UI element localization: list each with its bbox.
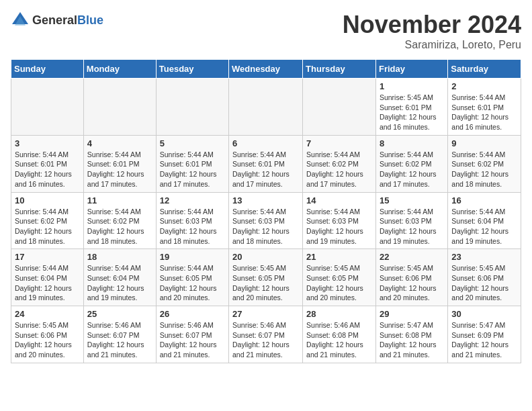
calendar-cell: 7Sunrise: 5:44 AM Sunset: 6:02 PM Daylig… xyxy=(303,135,376,192)
calendar-cell: 28Sunrise: 5:46 AM Sunset: 6:08 PM Dayli… xyxy=(303,306,376,363)
day-number: 21 xyxy=(306,252,372,262)
day-info: Sunrise: 5:44 AM Sunset: 6:02 PM Dayligh… xyxy=(87,207,152,246)
day-number: 19 xyxy=(160,252,225,262)
day-info: Sunrise: 5:46 AM Sunset: 6:07 PM Dayligh… xyxy=(160,320,225,360)
calendar-table: SundayMondayTuesdayWednesdayThursdayFrid… xyxy=(11,59,521,363)
day-number: 29 xyxy=(380,309,444,319)
day-number: 12 xyxy=(160,195,225,205)
calendar-cell: 19Sunrise: 5:44 AM Sunset: 6:05 PM Dayli… xyxy=(156,249,228,306)
day-info: Sunrise: 5:45 AM Sunset: 6:06 PM Dayligh… xyxy=(15,320,80,360)
day-number: 7 xyxy=(306,138,372,148)
day-info: Sunrise: 5:45 AM Sunset: 6:06 PM Dayligh… xyxy=(380,263,444,303)
calendar-cell: 8Sunrise: 5:44 AM Sunset: 6:02 PM Daylig… xyxy=(375,135,447,192)
calendar-cell: 14Sunrise: 5:44 AM Sunset: 6:03 PM Dayli… xyxy=(303,192,376,249)
calendar-cell: 12Sunrise: 5:44 AM Sunset: 6:03 PM Dayli… xyxy=(156,192,228,249)
day-info: Sunrise: 5:44 AM Sunset: 6:02 PM Dayligh… xyxy=(451,150,517,189)
calendar-week-row: 10Sunrise: 5:44 AM Sunset: 6:02 PM Dayli… xyxy=(11,192,521,249)
calendar-header-tuesday: Tuesday xyxy=(156,60,228,79)
calendar-cell: 17Sunrise: 5:44 AM Sunset: 6:04 PM Dayli… xyxy=(11,249,84,306)
calendar-cell: 23Sunrise: 5:45 AM Sunset: 6:06 PM Dayli… xyxy=(448,249,521,306)
day-info: Sunrise: 5:47 AM Sunset: 6:09 PM Dayligh… xyxy=(451,320,517,360)
day-info: Sunrise: 5:44 AM Sunset: 6:03 PM Dayligh… xyxy=(306,207,372,246)
day-info: Sunrise: 5:44 AM Sunset: 6:03 PM Dayligh… xyxy=(380,207,444,246)
day-info: Sunrise: 5:44 AM Sunset: 6:03 PM Dayligh… xyxy=(232,207,299,246)
calendar-week-row: 17Sunrise: 5:44 AM Sunset: 6:04 PM Dayli… xyxy=(11,249,521,306)
day-info: Sunrise: 5:44 AM Sunset: 6:01 PM Dayligh… xyxy=(87,150,152,189)
day-number: 15 xyxy=(380,195,444,205)
day-number: 5 xyxy=(160,138,225,148)
calendar-cell: 11Sunrise: 5:44 AM Sunset: 6:02 PM Dayli… xyxy=(83,192,156,249)
day-info: Sunrise: 5:44 AM Sunset: 6:02 PM Dayligh… xyxy=(380,150,444,189)
day-number: 6 xyxy=(232,138,299,148)
calendar-cell: 3Sunrise: 5:44 AM Sunset: 6:01 PM Daylig… xyxy=(11,135,84,192)
day-number: 1 xyxy=(380,81,444,91)
calendar-cell: 29Sunrise: 5:47 AM Sunset: 6:08 PM Dayli… xyxy=(375,306,447,363)
day-number: 4 xyxy=(87,138,152,148)
calendar-cell xyxy=(83,79,156,136)
day-info: Sunrise: 5:44 AM Sunset: 6:02 PM Dayligh… xyxy=(15,207,80,246)
calendar-header-thursday: Thursday xyxy=(303,60,376,79)
day-number: 16 xyxy=(451,195,517,205)
calendar-cell: 25Sunrise: 5:46 AM Sunset: 6:07 PM Dayli… xyxy=(83,306,156,363)
day-info: Sunrise: 5:47 AM Sunset: 6:08 PM Dayligh… xyxy=(380,320,444,360)
calendar-cell: 22Sunrise: 5:45 AM Sunset: 6:06 PM Dayli… xyxy=(375,249,447,306)
calendar-cell xyxy=(229,79,303,136)
day-info: Sunrise: 5:45 AM Sunset: 6:01 PM Dayligh… xyxy=(380,93,444,132)
day-number: 2 xyxy=(451,81,517,91)
day-number: 25 xyxy=(87,309,152,319)
logo: GeneralBlue xyxy=(11,11,103,30)
day-info: Sunrise: 5:44 AM Sunset: 6:05 PM Dayligh… xyxy=(160,263,225,303)
day-number: 11 xyxy=(87,195,152,205)
calendar-week-row: 24Sunrise: 5:45 AM Sunset: 6:06 PM Dayli… xyxy=(11,306,521,363)
calendar-cell: 10Sunrise: 5:44 AM Sunset: 6:02 PM Dayli… xyxy=(11,192,84,249)
calendar-header-sunday: Sunday xyxy=(11,60,84,79)
calendar-week-row: 3Sunrise: 5:44 AM Sunset: 6:01 PM Daylig… xyxy=(11,135,521,192)
day-info: Sunrise: 5:44 AM Sunset: 6:01 PM Dayligh… xyxy=(160,150,225,189)
day-info: Sunrise: 5:46 AM Sunset: 6:07 PM Dayligh… xyxy=(87,320,152,360)
day-info: Sunrise: 5:44 AM Sunset: 6:02 PM Dayligh… xyxy=(306,150,372,189)
calendar-cell: 1Sunrise: 5:45 AM Sunset: 6:01 PM Daylig… xyxy=(375,79,447,136)
day-info: Sunrise: 5:44 AM Sunset: 6:04 PM Dayligh… xyxy=(87,263,152,303)
logo-icon xyxy=(11,11,30,30)
day-info: Sunrise: 5:45 AM Sunset: 6:06 PM Dayligh… xyxy=(451,263,517,303)
calendar-header-friday: Friday xyxy=(375,60,447,79)
day-number: 17 xyxy=(15,252,80,262)
day-info: Sunrise: 5:44 AM Sunset: 6:04 PM Dayligh… xyxy=(15,263,80,303)
location-subtitle: Saramiriza, Loreto, Peru xyxy=(343,39,521,51)
day-info: Sunrise: 5:45 AM Sunset: 6:05 PM Dayligh… xyxy=(306,263,372,303)
calendar-cell: 13Sunrise: 5:44 AM Sunset: 6:03 PM Dayli… xyxy=(229,192,303,249)
day-number: 10 xyxy=(15,195,80,205)
calendar-cell: 30Sunrise: 5:47 AM Sunset: 6:09 PM Dayli… xyxy=(448,306,521,363)
month-title: November 2024 xyxy=(343,11,521,39)
day-info: Sunrise: 5:46 AM Sunset: 6:08 PM Dayligh… xyxy=(306,320,372,360)
logo-text-blue: Blue xyxy=(77,13,103,27)
day-info: Sunrise: 5:44 AM Sunset: 6:01 PM Dayligh… xyxy=(232,150,299,189)
day-number: 18 xyxy=(87,252,152,262)
calendar-cell xyxy=(303,79,376,136)
calendar-cell: 9Sunrise: 5:44 AM Sunset: 6:02 PM Daylig… xyxy=(448,135,521,192)
day-info: Sunrise: 5:44 AM Sunset: 6:03 PM Dayligh… xyxy=(160,207,225,246)
day-number: 14 xyxy=(306,195,372,205)
calendar-cell: 18Sunrise: 5:44 AM Sunset: 6:04 PM Dayli… xyxy=(83,249,156,306)
day-number: 9 xyxy=(451,138,517,148)
day-info: Sunrise: 5:44 AM Sunset: 6:01 PM Dayligh… xyxy=(451,93,517,132)
day-info: Sunrise: 5:44 AM Sunset: 6:04 PM Dayligh… xyxy=(451,207,517,246)
day-number: 28 xyxy=(306,309,372,319)
day-info: Sunrise: 5:44 AM Sunset: 6:01 PM Dayligh… xyxy=(15,150,80,189)
calendar-cell: 26Sunrise: 5:46 AM Sunset: 6:07 PM Dayli… xyxy=(156,306,228,363)
day-number: 13 xyxy=(232,195,299,205)
day-number: 20 xyxy=(232,252,299,262)
day-number: 27 xyxy=(232,309,299,319)
calendar-cell: 16Sunrise: 5:44 AM Sunset: 6:04 PM Dayli… xyxy=(448,192,521,249)
day-info: Sunrise: 5:45 AM Sunset: 6:05 PM Dayligh… xyxy=(232,263,299,303)
day-number: 26 xyxy=(160,309,225,319)
day-number: 8 xyxy=(380,138,444,148)
day-number: 24 xyxy=(15,309,80,319)
calendar-cell: 15Sunrise: 5:44 AM Sunset: 6:03 PM Dayli… xyxy=(375,192,447,249)
calendar-header-wednesday: Wednesday xyxy=(229,60,303,79)
calendar-cell: 27Sunrise: 5:46 AM Sunset: 6:07 PM Dayli… xyxy=(229,306,303,363)
day-number: 30 xyxy=(451,309,517,319)
calendar-cell: 4Sunrise: 5:44 AM Sunset: 6:01 PM Daylig… xyxy=(83,135,156,192)
calendar-cell: 20Sunrise: 5:45 AM Sunset: 6:05 PM Dayli… xyxy=(229,249,303,306)
calendar-cell: 24Sunrise: 5:45 AM Sunset: 6:06 PM Dayli… xyxy=(11,306,84,363)
